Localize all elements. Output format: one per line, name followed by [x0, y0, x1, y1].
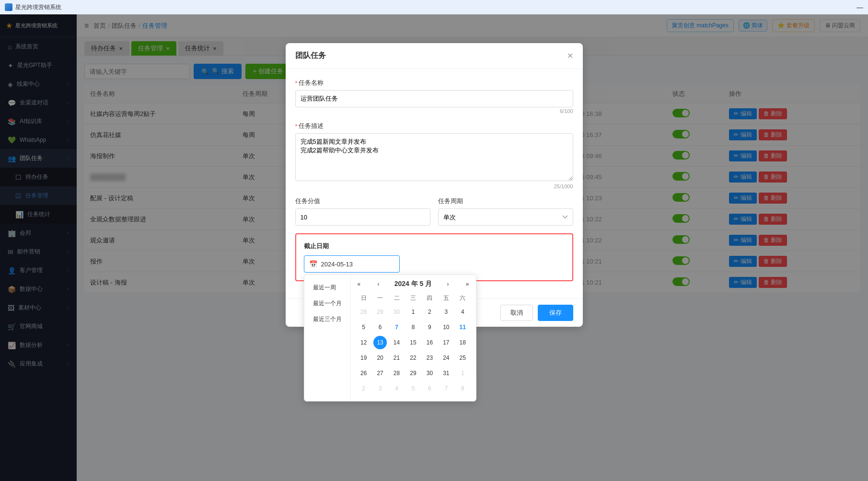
calendar-popup: 最近一周 最近一个月 最近三个月 « ‹ 2024 年 5 月 › »: [304, 275, 476, 401]
weekday-tue: 二: [388, 292, 405, 304]
cal-day-0-5[interactable]: 3: [438, 304, 454, 320]
modal-close-button[interactable]: ✕: [567, 51, 573, 60]
cal-prev-year[interactable]: «: [356, 280, 363, 288]
task-score-group: 任务分值: [295, 197, 430, 226]
weekday-mon: 一: [372, 292, 388, 304]
cal-day-5-4[interactable]: 6: [421, 381, 438, 396]
task-score-label: 任务分值: [295, 197, 430, 206]
task-desc-label: * 任务描述: [295, 122, 573, 130]
cal-day-2-1[interactable]: 13: [372, 335, 388, 350]
cal-day-3-3[interactable]: 22: [405, 350, 421, 366]
deadline-date-input[interactable]: [321, 261, 394, 268]
modal-overlay: 团队任务 ✕ * 任务名称 6/100 * 任务描述 25/1000: [0, 14, 868, 481]
weekday-wed: 三: [405, 292, 421, 304]
cal-day-2-5[interactable]: 17: [438, 335, 454, 350]
cal-day-1-3[interactable]: 8: [405, 320, 421, 335]
shortcut-month[interactable]: 最近一个月: [308, 297, 347, 310]
cal-day-1-6[interactable]: 11: [454, 320, 471, 335]
cal-month-year: 2024 年 5 月: [394, 280, 432, 288]
cal-day-0-4[interactable]: 2: [421, 304, 438, 320]
calendar-icon: 📅: [309, 260, 317, 268]
cal-day-4-0[interactable]: 26: [356, 366, 372, 381]
cal-shortcuts: 最近一周 最近一个月 最近三个月: [304, 275, 351, 401]
cal-day-5-5[interactable]: 7: [438, 381, 454, 396]
score-cycle-row: 任务分值 任务周期 单次 每周 每月: [295, 197, 573, 233]
cal-next-year[interactable]: »: [464, 280, 471, 288]
modal-header: 团队任务 ✕: [286, 43, 583, 69]
cal-day-0-2[interactable]: 30: [388, 304, 405, 320]
task-desc-textarea[interactable]: [295, 133, 573, 181]
save-button[interactable]: 保存: [538, 305, 573, 321]
cancel-button[interactable]: 取消: [500, 305, 533, 321]
cal-day-0-1[interactable]: 29: [372, 304, 388, 320]
minimize-button[interactable]: —: [856, 3, 863, 11]
task-desc-count: 25/1000: [295, 183, 573, 189]
app-icon: [5, 3, 12, 11]
deadline-input-wrapper: 📅 最近一周 最近一个月 最近三个月 « ‹: [304, 255, 400, 273]
cal-day-1-4[interactable]: 9: [421, 320, 438, 335]
task-name-label: * 任务名称: [295, 79, 573, 87]
cal-day-3-6[interactable]: 25: [454, 350, 471, 366]
cal-day-2-2[interactable]: 14: [388, 335, 405, 350]
weekday-sat: 六: [454, 292, 471, 304]
cal-prev-month[interactable]: ‹: [375, 280, 381, 288]
shortcut-week[interactable]: 最近一周: [308, 281, 347, 295]
cal-day-3-0[interactable]: 19: [356, 350, 372, 366]
cal-day-2-3[interactable]: 15: [405, 335, 421, 350]
cal-day-5-2[interactable]: 4: [388, 381, 405, 396]
task-cycle-label: 任务周期: [438, 197, 573, 206]
cal-day-0-3[interactable]: 1: [405, 304, 421, 320]
cal-day-1-1[interactable]: 6: [372, 320, 388, 335]
app-title: 星光跨境营销系统: [15, 3, 61, 11]
cal-day-3-2[interactable]: 21: [388, 350, 405, 366]
cal-day-5-3[interactable]: 5: [405, 381, 421, 396]
title-bar: 星光跨境营销系统 —: [0, 0, 868, 14]
cal-day-5-0[interactable]: 2: [356, 381, 372, 396]
cal-day-4-4[interactable]: 30: [421, 366, 438, 381]
task-cycle-group: 任务周期 单次 每周 每月: [438, 197, 573, 226]
cal-day-1-0[interactable]: 5: [356, 320, 372, 335]
cal-day-3-1[interactable]: 20: [372, 350, 388, 366]
shortcut-three-months[interactable]: 最近三个月: [308, 312, 347, 326]
weekday-sun: 日: [356, 292, 372, 304]
cal-day-3-4[interactable]: 23: [421, 350, 438, 366]
cal-day-2-6[interactable]: 18: [454, 335, 471, 350]
cal-day-5-6[interactable]: 8: [454, 381, 471, 396]
cal-next-month[interactable]: ›: [445, 280, 451, 288]
cal-day-0-0[interactable]: 28: [356, 304, 372, 320]
cal-grid: 日 一 二 三 四 五 六: [356, 292, 471, 396]
cal-day-4-6[interactable]: 1: [454, 366, 471, 381]
task-desc-group: * 任务描述 25/1000: [295, 122, 573, 189]
weekday-thu: 四: [421, 292, 438, 304]
task-name-count: 6/100: [295, 108, 573, 114]
modal-title: 团队任务: [295, 51, 326, 61]
cal-day-2-4[interactable]: 16: [421, 335, 438, 350]
cal-header: « ‹ 2024 年 5 月 › »: [356, 280, 471, 288]
cal-day-4-5[interactable]: 31: [438, 366, 454, 381]
cal-day-5-1[interactable]: 3: [372, 381, 388, 396]
cal-day-1-5[interactable]: 10: [438, 320, 454, 335]
task-score-input[interactable]: [295, 208, 430, 226]
cal-day-4-1[interactable]: 27: [372, 366, 388, 381]
date-input-container[interactable]: 📅: [304, 255, 400, 273]
cal-day-2-0[interactable]: 12: [356, 335, 372, 350]
task-modal: 团队任务 ✕ * 任务名称 6/100 * 任务描述 25/1000: [286, 43, 583, 327]
deadline-section: 截止日期 📅 最近一周 最近一个月 最近三个月: [295, 233, 573, 281]
task-name-group: * 任务名称 6/100: [295, 79, 573, 114]
cal-day-0-6[interactable]: 4: [454, 304, 471, 320]
cal-main: « ‹ 2024 年 5 月 › » 日 一: [351, 275, 476, 401]
cal-day-4-2[interactable]: 28: [388, 366, 405, 381]
modal-body: * 任务名称 6/100 * 任务描述 25/1000 任务分值: [286, 69, 583, 298]
cal-day-4-3[interactable]: 29: [405, 366, 421, 381]
cal-day-3-5[interactable]: 24: [438, 350, 454, 366]
weekday-fri: 五: [438, 292, 454, 304]
task-cycle-select[interactable]: 单次 每周 每月: [438, 208, 573, 226]
cal-body: 2829301234567891011121314151617181920212…: [356, 304, 471, 396]
deadline-label: 截止日期: [304, 242, 565, 251]
task-name-input[interactable]: [295, 90, 573, 107]
cal-day-1-2[interactable]: 7: [388, 320, 405, 335]
